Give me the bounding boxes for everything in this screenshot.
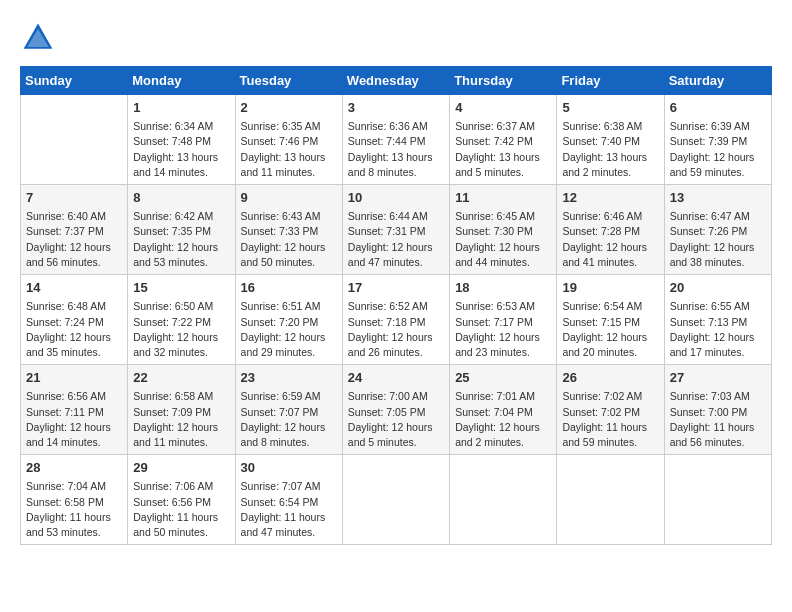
day-number: 27 [670, 369, 766, 387]
cell-content: Sunrise: 6:44 AMSunset: 7:31 PMDaylight:… [348, 209, 444, 270]
day-number: 11 [455, 189, 551, 207]
calendar-cell: 22Sunrise: 6:58 AMSunset: 7:09 PMDayligh… [128, 365, 235, 455]
calendar-cell: 19Sunrise: 6:54 AMSunset: 7:15 PMDayligh… [557, 275, 664, 365]
cell-content: Sunrise: 6:43 AMSunset: 7:33 PMDaylight:… [241, 209, 337, 270]
calendar-cell [342, 455, 449, 545]
calendar-cell: 18Sunrise: 6:53 AMSunset: 7:17 PMDayligh… [450, 275, 557, 365]
calendar-cell: 6Sunrise: 6:39 AMSunset: 7:39 PMDaylight… [664, 95, 771, 185]
header-sunday: Sunday [21, 67, 128, 95]
calendar-cell: 13Sunrise: 6:47 AMSunset: 7:26 PMDayligh… [664, 185, 771, 275]
calendar-cell: 30Sunrise: 7:07 AMSunset: 6:54 PMDayligh… [235, 455, 342, 545]
week-row-2: 7Sunrise: 6:40 AMSunset: 7:37 PMDaylight… [21, 185, 772, 275]
cell-content: Sunrise: 7:04 AMSunset: 6:58 PMDaylight:… [26, 479, 122, 540]
header-friday: Friday [557, 67, 664, 95]
calendar-cell: 10Sunrise: 6:44 AMSunset: 7:31 PMDayligh… [342, 185, 449, 275]
header-wednesday: Wednesday [342, 67, 449, 95]
cell-content: Sunrise: 6:58 AMSunset: 7:09 PMDaylight:… [133, 389, 229, 450]
day-number: 21 [26, 369, 122, 387]
day-number: 25 [455, 369, 551, 387]
calendar-cell [21, 95, 128, 185]
cell-content: Sunrise: 6:35 AMSunset: 7:46 PMDaylight:… [241, 119, 337, 180]
calendar-cell: 26Sunrise: 7:02 AMSunset: 7:02 PMDayligh… [557, 365, 664, 455]
day-number: 14 [26, 279, 122, 297]
day-number: 1 [133, 99, 229, 117]
day-number: 30 [241, 459, 337, 477]
cell-content: Sunrise: 7:01 AMSunset: 7:04 PMDaylight:… [455, 389, 551, 450]
page-header [20, 20, 772, 56]
calendar-cell: 16Sunrise: 6:51 AMSunset: 7:20 PMDayligh… [235, 275, 342, 365]
calendar-cell: 15Sunrise: 6:50 AMSunset: 7:22 PMDayligh… [128, 275, 235, 365]
calendar-cell: 24Sunrise: 7:00 AMSunset: 7:05 PMDayligh… [342, 365, 449, 455]
calendar-table: SundayMondayTuesdayWednesdayThursdayFrid… [20, 66, 772, 545]
calendar-body: 1Sunrise: 6:34 AMSunset: 7:48 PMDaylight… [21, 95, 772, 545]
day-number: 22 [133, 369, 229, 387]
cell-content: Sunrise: 6:39 AMSunset: 7:39 PMDaylight:… [670, 119, 766, 180]
cell-content: Sunrise: 6:52 AMSunset: 7:18 PMDaylight:… [348, 299, 444, 360]
calendar-cell [450, 455, 557, 545]
day-number: 28 [26, 459, 122, 477]
day-number: 23 [241, 369, 337, 387]
day-number: 2 [241, 99, 337, 117]
cell-content: Sunrise: 6:56 AMSunset: 7:11 PMDaylight:… [26, 389, 122, 450]
calendar-cell: 17Sunrise: 6:52 AMSunset: 7:18 PMDayligh… [342, 275, 449, 365]
cell-content: Sunrise: 7:07 AMSunset: 6:54 PMDaylight:… [241, 479, 337, 540]
day-number: 24 [348, 369, 444, 387]
calendar-cell: 25Sunrise: 7:01 AMSunset: 7:04 PMDayligh… [450, 365, 557, 455]
calendar-cell: 27Sunrise: 7:03 AMSunset: 7:00 PMDayligh… [664, 365, 771, 455]
calendar-cell: 20Sunrise: 6:55 AMSunset: 7:13 PMDayligh… [664, 275, 771, 365]
day-number: 4 [455, 99, 551, 117]
calendar-cell: 9Sunrise: 6:43 AMSunset: 7:33 PMDaylight… [235, 185, 342, 275]
logo [20, 20, 60, 56]
cell-content: Sunrise: 6:34 AMSunset: 7:48 PMDaylight:… [133, 119, 229, 180]
day-number: 16 [241, 279, 337, 297]
calendar-cell: 23Sunrise: 6:59 AMSunset: 7:07 PMDayligh… [235, 365, 342, 455]
header-thursday: Thursday [450, 67, 557, 95]
cell-content: Sunrise: 6:46 AMSunset: 7:28 PMDaylight:… [562, 209, 658, 270]
calendar-cell: 28Sunrise: 7:04 AMSunset: 6:58 PMDayligh… [21, 455, 128, 545]
day-number: 26 [562, 369, 658, 387]
week-row-5: 28Sunrise: 7:04 AMSunset: 6:58 PMDayligh… [21, 455, 772, 545]
calendar-cell: 21Sunrise: 6:56 AMSunset: 7:11 PMDayligh… [21, 365, 128, 455]
cell-content: Sunrise: 6:48 AMSunset: 7:24 PMDaylight:… [26, 299, 122, 360]
cell-content: Sunrise: 6:47 AMSunset: 7:26 PMDaylight:… [670, 209, 766, 270]
day-number: 13 [670, 189, 766, 207]
logo-icon [20, 20, 56, 56]
day-number: 18 [455, 279, 551, 297]
cell-content: Sunrise: 6:36 AMSunset: 7:44 PMDaylight:… [348, 119, 444, 180]
calendar-cell: 29Sunrise: 7:06 AMSunset: 6:56 PMDayligh… [128, 455, 235, 545]
day-number: 3 [348, 99, 444, 117]
cell-content: Sunrise: 7:02 AMSunset: 7:02 PMDaylight:… [562, 389, 658, 450]
day-number: 20 [670, 279, 766, 297]
calendar-cell: 11Sunrise: 6:45 AMSunset: 7:30 PMDayligh… [450, 185, 557, 275]
cell-content: Sunrise: 6:54 AMSunset: 7:15 PMDaylight:… [562, 299, 658, 360]
week-row-4: 21Sunrise: 6:56 AMSunset: 7:11 PMDayligh… [21, 365, 772, 455]
calendar-cell [557, 455, 664, 545]
calendar-header: SundayMondayTuesdayWednesdayThursdayFrid… [21, 67, 772, 95]
calendar-cell: 3Sunrise: 6:36 AMSunset: 7:44 PMDaylight… [342, 95, 449, 185]
day-number: 6 [670, 99, 766, 117]
cell-content: Sunrise: 6:55 AMSunset: 7:13 PMDaylight:… [670, 299, 766, 360]
week-row-1: 1Sunrise: 6:34 AMSunset: 7:48 PMDaylight… [21, 95, 772, 185]
calendar-cell: 1Sunrise: 6:34 AMSunset: 7:48 PMDaylight… [128, 95, 235, 185]
day-number: 19 [562, 279, 658, 297]
calendar-cell: 12Sunrise: 6:46 AMSunset: 7:28 PMDayligh… [557, 185, 664, 275]
cell-content: Sunrise: 7:06 AMSunset: 6:56 PMDaylight:… [133, 479, 229, 540]
header-saturday: Saturday [664, 67, 771, 95]
day-number: 15 [133, 279, 229, 297]
day-number: 7 [26, 189, 122, 207]
calendar-cell: 2Sunrise: 6:35 AMSunset: 7:46 PMDaylight… [235, 95, 342, 185]
header-monday: Monday [128, 67, 235, 95]
day-number: 10 [348, 189, 444, 207]
cell-content: Sunrise: 6:50 AMSunset: 7:22 PMDaylight:… [133, 299, 229, 360]
cell-content: Sunrise: 6:45 AMSunset: 7:30 PMDaylight:… [455, 209, 551, 270]
calendar-cell [664, 455, 771, 545]
header-tuesday: Tuesday [235, 67, 342, 95]
cell-content: Sunrise: 6:42 AMSunset: 7:35 PMDaylight:… [133, 209, 229, 270]
calendar-cell: 14Sunrise: 6:48 AMSunset: 7:24 PMDayligh… [21, 275, 128, 365]
cell-content: Sunrise: 6:59 AMSunset: 7:07 PMDaylight:… [241, 389, 337, 450]
calendar-cell: 7Sunrise: 6:40 AMSunset: 7:37 PMDaylight… [21, 185, 128, 275]
cell-content: Sunrise: 6:40 AMSunset: 7:37 PMDaylight:… [26, 209, 122, 270]
cell-content: Sunrise: 6:38 AMSunset: 7:40 PMDaylight:… [562, 119, 658, 180]
calendar-cell: 8Sunrise: 6:42 AMSunset: 7:35 PMDaylight… [128, 185, 235, 275]
cell-content: Sunrise: 6:51 AMSunset: 7:20 PMDaylight:… [241, 299, 337, 360]
